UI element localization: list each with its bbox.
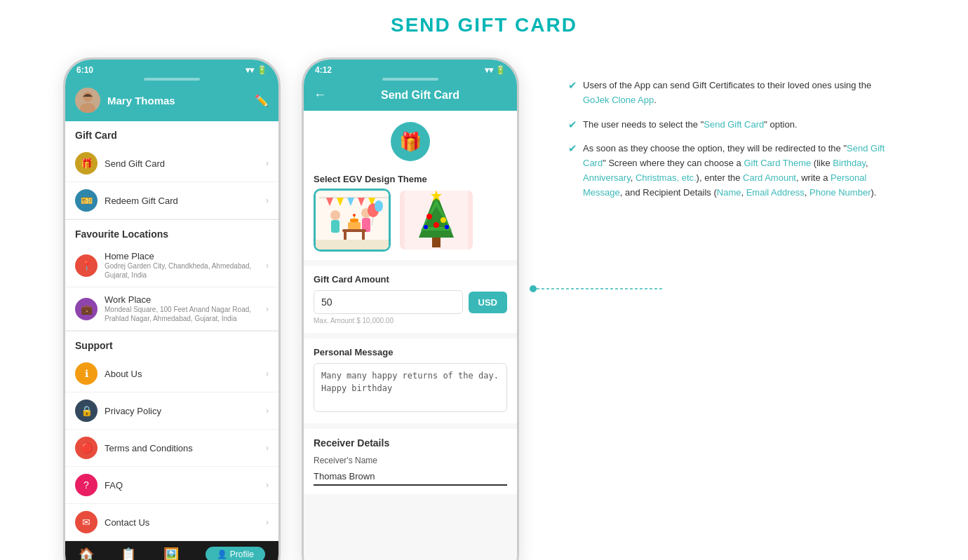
bullet-text-3: As soon as they choose the option, they … — [583, 142, 891, 200]
redeem-gift-card-item[interactable]: 🎫 Redeem Gift Card › — [65, 182, 278, 219]
contact-us-icon: ✉ — [75, 511, 98, 533]
phone2-frame: 4:12 ▾▾ 🔋 ← Send Gift Card 🎁 — [302, 57, 519, 560]
theme-scroll-area — [304, 189, 517, 260]
amount-section: Gift Card Amount USD Max. Amount $ 10,00… — [304, 266, 517, 333]
main-layout: 6:10 ▾▾ 🔋 Mary Thomas — [0, 57, 968, 560]
currency-button[interactable]: USD — [469, 292, 507, 313]
profile-nav-label: Profile — [230, 549, 254, 559]
wifi-icon: ▾▾ — [246, 65, 254, 75]
privacy-policy-label: Privacy Policy — [105, 406, 266, 416]
notch-bar-2 — [382, 78, 438, 81]
svg-rect-16 — [362, 232, 365, 240]
page-title: SEND GIFT CARD — [0, 0, 968, 57]
christmas-theme-card[interactable] — [398, 189, 475, 252]
send-gift-card-item[interactable]: 🎁 Send Gift Card › — [65, 145, 278, 182]
info-bullet-3: ✔ As soon as they choose the option, the… — [568, 142, 891, 200]
info-bullet-2: ✔ The user needs to select the "Send Gif… — [568, 118, 891, 132]
message-section: Personal Message Many many happy returns… — [304, 339, 517, 423]
receiver-section: Receiver Details Receiver's Name — [304, 429, 517, 494]
privacy-policy-item[interactable]: 🔒 Privacy Policy › — [65, 392, 278, 430]
battery-icon-2: 🔋 — [495, 65, 506, 75]
phone1-status-icons: ▾▾ 🔋 — [246, 65, 267, 75]
phone2-nav: ← Send Gift Card — [304, 82, 517, 111]
send-gift-card-icon: 🎁 — [75, 152, 98, 175]
svg-rect-15 — [344, 232, 347, 240]
svg-rect-17 — [348, 222, 361, 229]
svg-point-31 — [441, 217, 446, 223]
birthday-scene — [316, 191, 389, 250]
amount-row: USD — [314, 290, 507, 314]
chevron-icon-8: › — [266, 480, 269, 490]
phone1-time: 6:10 — [76, 65, 93, 75]
faq-item[interactable]: ? FAQ › — [65, 467, 278, 504]
wifi-icon-2: ▾▾ — [485, 65, 493, 75]
phone1-bottom-nav: 🏠 📋 🖼️ 👤 Profile — [65, 541, 278, 560]
message-textarea[interactable]: Many many happy returns of the day. Happ… — [314, 363, 507, 412]
svg-point-10 — [330, 210, 340, 220]
phones-wrapper: 6:10 ▾▾ 🔋 Mary Thomas — [63, 57, 519, 560]
amount-hint: Max. Amount $ 10,000.00 — [314, 317, 507, 325]
contact-us-label: Contact Us — [105, 517, 266, 528]
battery-icon: 🔋 — [257, 65, 267, 75]
notch-bar — [144, 78, 200, 81]
nav-home-btn[interactable]: 🏠 — [79, 547, 94, 560]
avatar — [75, 88, 100, 113]
contact-us-item[interactable]: ✉ Contact Us › — [65, 504, 278, 541]
about-us-item[interactable]: ℹ About Us › — [65, 355, 278, 392]
wallet-nav-icon: 🖼️ — [163, 547, 179, 560]
faq-icon: ? — [75, 474, 98, 496]
receiver-name-label: Receiver's Name — [314, 456, 507, 465]
terms-item[interactable]: 🔴 Terms and Conditions › — [65, 430, 278, 467]
gift-icon-circle: 🎁 — [391, 122, 430, 161]
nav-wallet-btn[interactable]: 🖼️ — [163, 547, 179, 560]
svg-point-34 — [445, 225, 449, 229]
chevron-icon-4: › — [266, 304, 269, 314]
phone1-frame: 6:10 ▾▾ 🔋 Mary Thomas — [63, 57, 281, 560]
chevron-icon-3: › — [266, 261, 269, 271]
back-button[interactable]: ← — [314, 88, 326, 102]
connector-svg — [526, 282, 666, 296]
redeem-gift-card-icon: 🎫 — [75, 189, 98, 212]
check-icon-2: ✔ — [568, 118, 577, 131]
bullet-text-1: Users of the App can send Gift Certifica… — [583, 78, 891, 108]
home-place-item[interactable]: 📍 Home Place Godrej Garden City, Chandkh… — [65, 244, 278, 287]
info-panel: ✔ Users of the App can send Gift Certifi… — [540, 57, 905, 210]
svg-point-20 — [353, 214, 356, 217]
svg-rect-3 — [316, 240, 389, 250]
send-gift-card-label: Send Gift Card — [105, 158, 266, 169]
phone1-content: Gift Card 🎁 Send Gift Card › 🎫 Redeem Gi… — [65, 121, 278, 541]
phone2-status-bar: 4:12 ▾▾ 🔋 — [304, 60, 517, 78]
home-place-label: Home Place — [105, 251, 266, 261]
work-place-label: Work Place — [105, 294, 266, 305]
about-us-label: About Us — [105, 369, 266, 379]
check-icon-3: ✔ — [568, 142, 577, 155]
home-nav-icon: 🏠 — [79, 547, 94, 560]
svg-rect-11 — [331, 220, 340, 233]
receiver-name-input[interactable] — [314, 468, 507, 486]
favourite-locations-title: Favourite Locations — [65, 220, 278, 244]
home-icon: 📍 — [75, 254, 98, 277]
svg-point-33 — [424, 225, 428, 229]
user-name: Mary Thomas — [107, 95, 248, 107]
svg-rect-28 — [432, 238, 441, 247]
terms-label: Terms and Conditions — [105, 443, 266, 453]
amount-label: Gift Card Amount — [314, 274, 507, 285]
theme-section-label: Select EGV Design Theme — [304, 167, 517, 189]
check-icon-1: ✔ — [568, 79, 577, 92]
birthday-theme-card[interactable] — [314, 189, 391, 252]
svg-rect-14 — [342, 229, 366, 232]
phone2-content: 🎁 Select EGV Design Theme — [304, 111, 517, 560]
support-section-title: Support — [65, 332, 278, 355]
nav-list-btn[interactable]: 📋 — [121, 547, 136, 560]
svg-point-23 — [375, 200, 383, 212]
list-nav-icon: 📋 — [121, 547, 136, 560]
about-us-icon: ℹ — [75, 362, 98, 385]
work-place-item[interactable]: 💼 Work Place Mondeal Square, 100 Feet An… — [65, 287, 278, 331]
svg-point-35 — [530, 285, 537, 292]
edit-icon[interactable]: ✏️ — [255, 94, 269, 107]
phone1-header: Mary Thomas ✏️ — [65, 82, 278, 121]
nav-profile-btn[interactable]: 👤 Profile — [206, 547, 265, 560]
amount-input[interactable] — [314, 290, 463, 314]
chevron-icon-5: › — [266, 369, 269, 378]
chevron-icon-2: › — [266, 196, 269, 205]
